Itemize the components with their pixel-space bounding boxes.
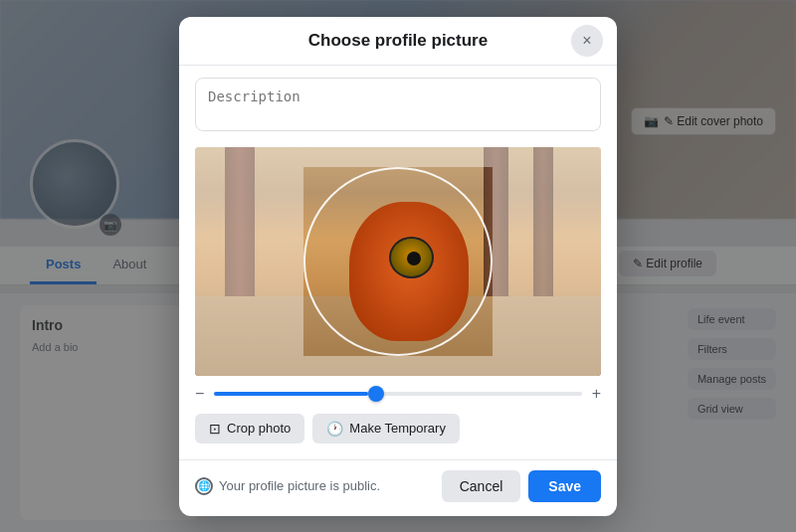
description-input[interactable]	[195, 78, 601, 131]
modal-footer: 🌐 Your profile picture is public. Cancel…	[179, 459, 617, 516]
creature-eye	[389, 237, 434, 278]
clock-icon: 🕐	[326, 421, 343, 437]
modal-header: Choose profile picture ×	[179, 17, 617, 66]
crop-photo-label: Crop photo	[227, 421, 291, 436]
modal-body: − + ⊡ Crop photo 🕐 Make Temporary	[179, 66, 617, 459]
dim-bottom	[195, 356, 601, 376]
action-row: ⊡ Crop photo 🕐 Make Temporary	[195, 408, 601, 447]
zoom-slider-track[interactable]	[214, 392, 581, 396]
save-button[interactable]: Save	[528, 470, 601, 502]
creature-pupil	[407, 252, 421, 266]
crop-area	[195, 147, 601, 376]
modal-title: Choose profile picture	[308, 31, 488, 51]
privacy-text: Your profile picture is public.	[219, 478, 380, 493]
zoom-thumb	[368, 386, 384, 402]
zoom-row: − +	[195, 376, 601, 408]
dim-right	[493, 167, 601, 356]
privacy-row: 🌐 Your profile picture is public.	[195, 477, 380, 495]
footer-buttons: Cancel Save	[442, 470, 601, 502]
dim-left	[195, 167, 303, 356]
modal-overlay: Choose profile picture ×	[0, 0, 796, 532]
cancel-button[interactable]: Cancel	[442, 470, 521, 502]
crop-photo-button[interactable]: ⊡ Crop photo	[195, 414, 304, 443]
dim-top	[195, 147, 601, 167]
make-temporary-label: Make Temporary	[349, 421, 446, 436]
modal-close-button[interactable]: ×	[571, 25, 603, 57]
choose-profile-picture-modal: Choose profile picture ×	[179, 17, 617, 516]
make-temporary-button[interactable]: 🕐 Make Temporary	[312, 414, 460, 443]
crop-icon: ⊡	[209, 421, 221, 437]
zoom-fill	[214, 392, 368, 396]
zoom-out-icon[interactable]: −	[195, 386, 204, 402]
globe-icon: 🌐	[195, 477, 213, 495]
zoom-in-icon[interactable]: +	[592, 386, 601, 402]
